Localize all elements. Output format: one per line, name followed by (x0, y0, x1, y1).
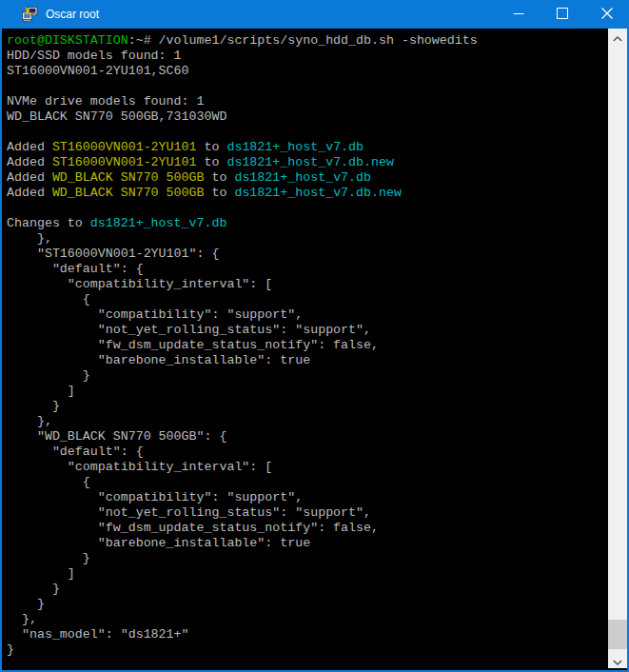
terminal-text-segment: } (7, 597, 45, 611)
terminal-text-segment: } (7, 551, 90, 565)
scrollbar-track[interactable] (608, 45, 627, 652)
terminal-text-segment: root@DISKSTATION (7, 33, 128, 48)
terminal-line: "compatibility_interval": [ (7, 277, 608, 292)
terminal-text-segment: Added (7, 140, 52, 154)
terminal-line: WD_BLACK SN770 500GB,731030WD (7, 109, 608, 125)
terminal-text-segment: Added (7, 155, 52, 169)
terminal-text-segment: ds1821+_host_v7.db (90, 216, 227, 230)
terminal-output[interactable]: root@DISKSTATION:~# /volume1/scripts/syn… (2, 29, 608, 668)
terminal-text-segment: }, (7, 612, 37, 626)
terminal-line: "nas_model": "ds1821+" (7, 627, 608, 642)
terminal-line: "barebone_installable": true (7, 353, 608, 368)
terminal-line: } (7, 582, 608, 597)
terminal-line: }, (7, 231, 608, 247)
terminal-text-segment: }, (7, 231, 52, 246)
terminal-line: Changes to ds1821+_host_v7.db (7, 216, 608, 231)
terminal-line: }, (7, 612, 608, 627)
close-icon (601, 6, 613, 23)
terminal-text-segment: "fw_dsm_update_status_notify": false, (7, 521, 379, 535)
terminal-line (7, 201, 608, 216)
terminal-text-segment: "compatibility": "support", (7, 490, 303, 504)
maximize-icon (557, 6, 568, 23)
terminal-text-segment: ds1821+_host_v7.db (234, 170, 371, 185)
terminal-text-segment: WD_BLACK SN770 500GB (52, 170, 205, 185)
terminal-text-segment: WD_BLACK SN770 500GB,731030WD (7, 109, 226, 124)
terminal-text-segment: } (7, 399, 60, 413)
terminal-line: Added WD_BLACK SN770 500GB to ds1821+_ho… (7, 170, 608, 186)
putty-window: Oscar root ro (0, 0, 629, 672)
terminal-text-segment: "compatibility": "support", (7, 307, 303, 322)
terminal-text-segment: "not_yet_rolling_status": "support", (7, 505, 371, 520)
terminal-line: "not_yet_rolling_status": "support", (7, 505, 608, 521)
terminal-text-segment: to (204, 170, 234, 185)
scroll-down-button[interactable] (608, 652, 627, 668)
terminal-text-segment: NVMe drive models found: 1 (7, 94, 204, 109)
terminal-line: root@DISKSTATION:~# /volume1/scripts/syn… (7, 33, 608, 49)
terminal-line: "fw_dsm_update_status_notify": false, (7, 338, 608, 353)
terminal-line: "fw_dsm_update_status_notify": false, (7, 521, 608, 536)
terminal-text-segment: "barebone_installable": true (7, 353, 310, 367)
terminal-text-segment: } (7, 368, 90, 383)
terminal-line: "WD_BLACK SN770 500GB": { (7, 429, 608, 445)
scrollbar[interactable] (608, 29, 627, 668)
window-client-area: root@DISKSTATION:~# /volume1/scripts/syn… (2, 29, 627, 668)
terminal-line: }, (7, 414, 608, 429)
terminal-text-segment: to (197, 155, 227, 169)
terminal-text-segment: "WD_BLACK SN770 500GB": { (7, 429, 226, 444)
minimize-button[interactable] (497, 0, 541, 29)
terminal-line: HDD/SSD models found: 1 (7, 49, 608, 64)
chevron-down-icon (613, 652, 622, 669)
terminal-text-segment: } (7, 642, 14, 657)
terminal-line: NVMe drive models found: 1 (7, 94, 608, 109)
terminal-text-segment: to (204, 186, 234, 200)
terminal-text-segment: HDD/SSD models found: 1 (7, 49, 182, 63)
terminal-line: "ST16000VN001-2YU101": { (7, 247, 608, 262)
terminal-text-segment: to (197, 140, 227, 154)
terminal-line: ] (7, 384, 608, 399)
terminal-line: "default": { (7, 262, 608, 277)
terminal-text-segment: Added (7, 170, 52, 185)
terminal-line: "not_yet_rolling_status": "support", (7, 323, 608, 338)
terminal-line: ST16000VN001-2YU101,SC60 (7, 64, 608, 79)
title-bar[interactable]: Oscar root (0, 0, 629, 29)
terminal-line: "compatibility": "support", (7, 307, 608, 323)
close-button[interactable] (585, 0, 629, 29)
terminal-text-segment: ds1821+_host_v7.db.new (226, 155, 394, 169)
terminal-text-segment: "compatibility_interval": [ (7, 460, 272, 474)
terminal-text-segment: ST16000VN001-2YU101,SC60 (7, 64, 189, 78)
terminal-text-segment: ] (7, 384, 75, 398)
scrollbar-thumb[interactable] (608, 620, 627, 649)
terminal-text-segment: "default": { (7, 262, 144, 276)
terminal-text-segment: }, (7, 414, 52, 428)
scroll-up-button[interactable] (608, 29, 627, 45)
minimize-icon (513, 6, 524, 23)
terminal-text-segment: { (7, 475, 90, 489)
terminal-text-segment: "not_yet_rolling_status": "support", (7, 323, 371, 337)
terminal-text-segment: Changes to (7, 216, 90, 230)
terminal-text-segment: ] (7, 566, 75, 581)
putty-terminal-icon[interactable] (21, 6, 38, 23)
terminal-text-segment: Added (7, 186, 52, 200)
maximize-button[interactable] (541, 0, 585, 29)
terminal-line: { (7, 292, 608, 307)
terminal-line: } (7, 597, 608, 612)
terminal-line: "compatibility": "support", (7, 490, 608, 505)
terminal-line: } (7, 399, 608, 414)
caption-buttons (497, 0, 629, 29)
terminal-line (7, 125, 608, 140)
terminal-line: } (7, 368, 608, 384)
terminal-text-segment: ds1821+_host_v7.db.new (234, 186, 402, 200)
terminal-text-segment: { (7, 292, 90, 306)
terminal-line: "compatibility_interval": [ (7, 460, 608, 475)
terminal-text-segment: "nas_model": "ds1821+" (7, 627, 189, 642)
terminal-text-segment: } (7, 582, 60, 596)
terminal-text-segment: "fw_dsm_update_status_notify": false, (7, 338, 379, 352)
terminal-line: Added ST16000VN001-2YU101 to ds1821+_hos… (7, 140, 608, 155)
terminal-text-segment: "barebone_installable": true (7, 536, 310, 550)
chevron-up-icon (613, 29, 622, 46)
terminal-line: } (7, 642, 608, 658)
window-title: Oscar root (46, 8, 497, 21)
terminal-text-segment: WD_BLACK SN770 500GB (52, 186, 205, 200)
terminal-text-segment: ST16000VN001-2YU101 (52, 155, 197, 169)
terminal-line: Added ST16000VN001-2YU101 to ds1821+_hos… (7, 155, 608, 170)
